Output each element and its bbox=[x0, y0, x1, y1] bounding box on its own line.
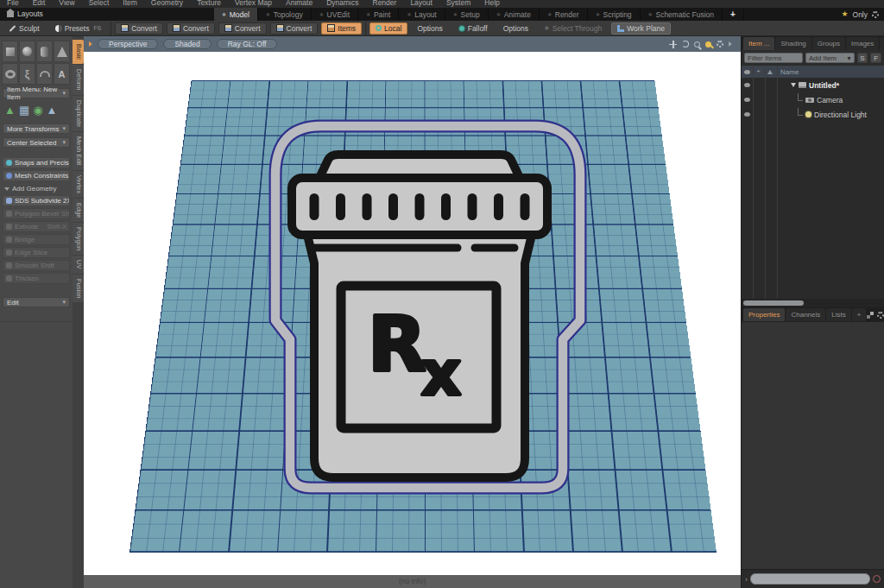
panel-gear-icon[interactable] bbox=[877, 312, 884, 319]
scrollbar-thumb[interactable] bbox=[743, 300, 804, 306]
key-icon[interactable] bbox=[705, 41, 711, 47]
tab-schematic-fusion[interactable]: ∗Schematic Fusion bbox=[641, 8, 723, 21]
vtab-vertex[interactable]: Vertex bbox=[73, 171, 84, 198]
menu-dynamics[interactable]: Dynamics bbox=[319, 0, 365, 8]
tab-paint[interactable]: ∗Paint bbox=[358, 8, 399, 21]
menu-vertex-map[interactable]: Vertex Map bbox=[228, 0, 279, 8]
menu-help[interactable]: Help bbox=[477, 0, 506, 8]
visibility-cell[interactable] bbox=[742, 98, 753, 102]
menu-render[interactable]: Render bbox=[366, 0, 404, 8]
pan-icon[interactable] bbox=[669, 41, 677, 48]
menu-texture[interactable]: Texture bbox=[190, 0, 228, 8]
filter-items-input[interactable] bbox=[744, 53, 803, 63]
extrude-button[interactable]: ExtrudeShift-X bbox=[3, 221, 70, 232]
mesh-item-icon[interactable]: ▦ bbox=[19, 103, 29, 118]
viewport-more-icon[interactable] bbox=[729, 41, 732, 47]
tab-properties[interactable]: Properties bbox=[743, 308, 785, 321]
options-button-2[interactable]: Options bbox=[497, 22, 534, 35]
tab-layout[interactable]: ∗Layout bbox=[399, 8, 445, 21]
tab-images[interactable]: Images bbox=[846, 37, 879, 50]
snaps-precision-button[interactable]: Snaps and Precision bbox=[3, 157, 70, 168]
menu-item[interactable]: Item bbox=[116, 0, 144, 8]
options-button-1[interactable]: Options bbox=[411, 22, 448, 35]
torus-primitive-button[interactable] bbox=[2, 63, 18, 85]
zoom-icon[interactable] bbox=[694, 41, 700, 47]
edge-slice-button[interactable]: Edge Slice bbox=[3, 247, 70, 258]
visibility-cell[interactable] bbox=[742, 112, 753, 117]
convert-button-2[interactable]: Convert bbox=[167, 22, 215, 35]
add-geometry-section-header[interactable]: Add Geometry bbox=[0, 182, 73, 194]
menu-geometry[interactable]: Geometry bbox=[144, 0, 190, 8]
tab-uvedit[interactable]: ∗UVEdit bbox=[312, 8, 358, 21]
tabbar-gear-icon[interactable] bbox=[872, 11, 879, 18]
tab-channels[interactable]: Channels bbox=[786, 308, 825, 321]
sphere-primitive-button[interactable] bbox=[19, 41, 35, 62]
tab-topology[interactable]: ∗Topology bbox=[258, 8, 312, 21]
rx-bottle-cookie-cutter-model[interactable]: Rx bbox=[259, 115, 596, 499]
s-button[interactable]: S bbox=[857, 53, 868, 63]
local-action-center-button[interactable]: Local bbox=[369, 22, 407, 35]
vtab-basic[interactable]: Basic bbox=[73, 40, 84, 64]
tab-item-list[interactable]: Item ... bbox=[743, 37, 774, 50]
items-mode-button[interactable]: Items bbox=[321, 22, 362, 35]
tree-row-camera[interactable]: Camera bbox=[742, 92, 884, 107]
item-name-camera[interactable]: Camera bbox=[817, 96, 843, 104]
vtab-mesh-edit[interactable]: Mesh Edit bbox=[73, 132, 84, 169]
viewport-canvas[interactable]: Rx bbox=[84, 52, 741, 575]
shading-mode-dropdown[interactable]: Shaded bbox=[163, 39, 211, 49]
tree-row-directional-light[interactable]: Directional Light bbox=[742, 107, 884, 122]
smooth-shift-button[interactable]: Smooth Shift bbox=[3, 260, 70, 271]
popout-icon[interactable] bbox=[867, 312, 874, 319]
sds-subdivide-button[interactable]: SDS Subdivide 2X bbox=[3, 195, 70, 206]
tree-row-untitled[interactable]: Untitled* bbox=[742, 78, 884, 92]
vtab-duplicate[interactable]: Duplicate bbox=[73, 96, 84, 131]
pyramid-item-icon[interactable]: ▲ bbox=[47, 103, 58, 118]
falloff-button[interactable]: Falloff bbox=[452, 22, 494, 35]
bridge-button[interactable]: Bridge bbox=[3, 234, 70, 245]
menu-layout[interactable]: Layout bbox=[403, 0, 439, 8]
mesh-constraints-button[interactable]: Mesh Constraints bbox=[3, 170, 70, 181]
sculpt-button[interactable]: Sculpt bbox=[3, 22, 46, 35]
viewport-menu-arrow-icon[interactable] bbox=[89, 41, 92, 47]
presets-button[interactable]: PresetsF6 bbox=[49, 22, 108, 35]
only-toggle[interactable]: Only bbox=[853, 10, 868, 19]
more-transforms-dropdown[interactable]: More Transforms▾ bbox=[3, 123, 70, 134]
helix-tool-button[interactable]: ξ bbox=[19, 63, 35, 85]
layouts-label[interactable]: Layouts bbox=[17, 8, 43, 21]
favorite-star-icon[interactable]: ★ bbox=[841, 8, 848, 21]
menu-view[interactable]: View bbox=[52, 0, 81, 8]
add-tab-button[interactable]: + bbox=[723, 8, 744, 21]
cone-primitive-button[interactable] bbox=[54, 41, 70, 62]
thicken-button[interactable]: Thicken bbox=[3, 273, 70, 284]
work-plane-button[interactable]: Work Plane bbox=[611, 22, 671, 35]
command-input[interactable] bbox=[750, 573, 870, 585]
text-tool-button[interactable]: A bbox=[54, 63, 70, 85]
f-button[interactable]: F bbox=[870, 53, 881, 63]
locator-item-icon[interactable]: ▲ bbox=[4, 103, 16, 118]
add-item-dropdown[interactable]: Add Item ▾ bbox=[805, 53, 855, 63]
item-name-directional-light[interactable]: Directional Light bbox=[814, 111, 867, 119]
tab-shading[interactable]: Shading bbox=[775, 37, 811, 50]
vtab-uv[interactable]: UV bbox=[73, 256, 84, 273]
menu-animate[interactable]: Animate bbox=[279, 0, 319, 8]
convert-button-3[interactable]: Convert bbox=[218, 22, 267, 35]
tab-scripting[interactable]: ∗Scripting bbox=[588, 8, 641, 21]
viewport-gear-icon[interactable] bbox=[717, 41, 723, 47]
tab-model[interactable]: ∗Model bbox=[214, 8, 258, 21]
convert-button-1[interactable]: Convert bbox=[115, 22, 163, 35]
menu-system[interactable]: System bbox=[439, 0, 477, 8]
view-mode-dropdown[interactable]: Perspective bbox=[98, 39, 158, 49]
menu-file[interactable]: File bbox=[0, 0, 26, 8]
center-selected-dropdown[interactable]: Center Selected▾ bbox=[3, 137, 70, 148]
rotate-icon[interactable] bbox=[682, 41, 689, 47]
item-name-untitled[interactable]: Untitled* bbox=[809, 81, 839, 90]
visibility-cell[interactable] bbox=[742, 83, 753, 87]
tab-setup[interactable]: ∗Setup bbox=[445, 8, 489, 21]
tree-horizontal-scrollbar[interactable] bbox=[742, 299, 884, 307]
vtab-deform[interactable]: Deform bbox=[73, 65, 84, 95]
polygon-bevel-button[interactable]: Polygon BevelShift-B bbox=[3, 208, 70, 219]
tab-animate[interactable]: ∗Animate bbox=[489, 8, 540, 21]
instance-item-icon[interactable]: ◉ bbox=[33, 103, 42, 118]
raygl-dropdown[interactable]: Ray GL: Off bbox=[217, 39, 278, 49]
tab-add-panel[interactable]: + bbox=[880, 37, 884, 50]
